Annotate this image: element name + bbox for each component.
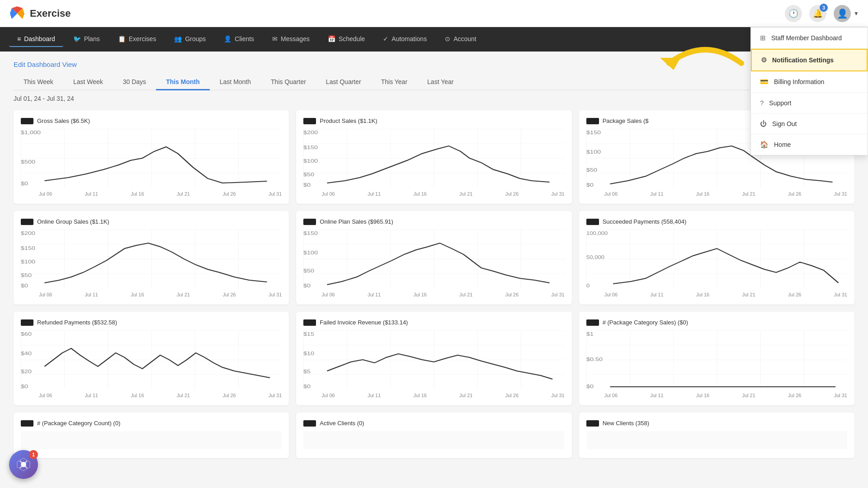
nav-item-plans[interactable]: 🐦 Plans xyxy=(65,32,108,47)
chart-header: Succeeded Payments (558,404) xyxy=(586,218,847,225)
dropdown-label: Notification Settings xyxy=(772,56,834,64)
nav-item-schedule[interactable]: 📅 Schedule xyxy=(320,32,373,47)
nav-label-exercises: Exercises xyxy=(129,35,156,42)
top-bar: Exercise 🕐 🔔 3 👤 ▼ xyxy=(0,0,868,27)
chart-header: Failed Invoice Revenue ($133.14) xyxy=(303,319,564,326)
tab-this-month[interactable]: This Month xyxy=(156,75,210,90)
nav-item-messages[interactable]: ✉ Messages xyxy=(264,32,318,47)
chart-online-group-sales: Online Group Sales ($1.1K) $200 $150 $10… xyxy=(14,211,289,305)
account-button[interactable]: 👤 ▼ xyxy=(834,5,859,22)
nav-label-schedule: Schedule xyxy=(339,35,365,42)
app-logo-icon xyxy=(9,5,25,22)
chart-svg xyxy=(303,431,564,449)
svg-text:$50: $50 xyxy=(303,268,314,274)
dropdown-home[interactable]: 🏠 Home xyxy=(751,134,868,155)
chevron-down-icon: ▼ xyxy=(854,10,859,17)
legend-block xyxy=(303,420,316,427)
chart-online-plan-sales: Online Plan Sales ($965.91) $150 $100 $5… xyxy=(296,211,571,305)
chart-x-labels: Jul 06Jul 11Jul 16Jul 21Jul 26Jul 31 xyxy=(21,292,282,297)
chart-title: Online Plan Sales ($965.91) xyxy=(320,218,393,225)
tab-30-days[interactable]: 30 Days xyxy=(113,75,156,90)
svg-rect-47 xyxy=(21,431,282,449)
dropdown-label: Home xyxy=(774,141,791,148)
chart-svg xyxy=(21,431,282,449)
svg-text:0: 0 xyxy=(586,283,590,288)
app-switcher[interactable]: 1 xyxy=(9,450,38,479)
chart-svg: 100,000 50,000 0 xyxy=(586,230,847,288)
tab-last-quarter[interactable]: Last Quarter xyxy=(316,75,371,90)
dropdown-staff-dashboard[interactable]: ⊞ Staff Member Dashboard xyxy=(751,28,868,49)
nav-item-account[interactable]: ⊙ Account xyxy=(437,32,485,47)
chart-header: Gross Sales ($6.5K) xyxy=(21,117,282,124)
chart-x-labels: Jul 06Jul 11Jul 16Jul 21Jul 26Jul 31 xyxy=(303,393,564,398)
chart-title: Refunded Payments ($532.58) xyxy=(37,319,117,326)
groups-icon: 👥 xyxy=(174,35,182,42)
svg-text:$0: $0 xyxy=(21,181,28,187)
chart-title: # (Package Category Sales) ($0) xyxy=(603,319,688,326)
chart-title: Package Sales ($ xyxy=(603,117,649,124)
chart-header: Online Plan Sales ($965.91) xyxy=(303,218,564,225)
tab-this-quarter[interactable]: This Quarter xyxy=(261,75,316,90)
legend-block xyxy=(21,319,33,326)
dropdown-support[interactable]: ? Support xyxy=(751,93,868,113)
nav-item-groups[interactable]: 👥 Groups xyxy=(166,32,214,47)
nav-item-automations[interactable]: ✓ Automations xyxy=(375,32,435,47)
tab-last-week[interactable]: Last Week xyxy=(63,75,113,90)
dropdown-notification-settings[interactable]: ⚙ Notification Settings xyxy=(751,49,868,71)
svg-text:$1,000: $1,000 xyxy=(21,130,41,136)
svg-text:$0: $0 xyxy=(303,283,311,288)
tab-this-week[interactable]: This Week xyxy=(14,75,63,90)
chart-svg: $15 $10 $5 $0 xyxy=(303,330,564,389)
svg-text:$60: $60 xyxy=(21,331,32,337)
svg-text:$200: $200 xyxy=(21,230,35,236)
nav-item-clients[interactable]: 👤 Clients xyxy=(216,32,262,47)
nav-item-dashboard[interactable]: ≡ Dashboard xyxy=(9,32,63,47)
chart-svg: $60 $40 $20 $0 xyxy=(21,330,282,389)
chart-svg xyxy=(586,431,847,449)
svg-text:$15: $15 xyxy=(303,331,314,337)
legend-block xyxy=(586,219,599,225)
chart-header: Online Group Sales ($1.1K) xyxy=(21,218,282,225)
svg-text:$10: $10 xyxy=(303,351,314,357)
chart-svg: $200 $150 $100 $50 $0 xyxy=(303,129,564,188)
tab-last-year[interactable]: Last Year xyxy=(417,75,463,90)
question-icon: ? xyxy=(760,99,764,107)
svg-text:$150: $150 xyxy=(303,230,318,236)
edit-dashboard-link[interactable]: Edit Dashboard View xyxy=(14,61,77,68)
chart-title: Succeeded Payments (558,404) xyxy=(603,218,687,225)
svg-rect-33 xyxy=(21,330,282,389)
app-switcher-icon xyxy=(16,457,31,472)
svg-text:$150: $150 xyxy=(586,130,601,136)
chart-x-labels: Jul 06Jul 11Jul 16Jul 21Jul 26Jul 31 xyxy=(303,191,564,197)
svg-text:$40: $40 xyxy=(21,351,32,357)
avatar-icon: 👤 xyxy=(837,8,848,19)
chart-header: Active Clients (0) xyxy=(303,420,564,427)
chart-title: Active Clients (0) xyxy=(320,420,364,427)
date-range: Jul 01, 24 - Jul 31, 24 xyxy=(14,95,854,102)
notifications-button[interactable]: 🔔 3 xyxy=(809,5,826,22)
svg-text:$20: $20 xyxy=(21,369,32,375)
nav-item-exercises[interactable]: 📋 Exercises xyxy=(110,32,165,47)
chart-title: Gross Sales ($6.5K) xyxy=(37,117,90,124)
nav-label-automations: Automations xyxy=(392,35,427,42)
chart-header: New Clients (358) xyxy=(586,420,847,427)
svg-text:$0: $0 xyxy=(586,182,594,188)
dropdown-label: Support xyxy=(769,99,791,107)
dropdown-billing[interactable]: 💳 Billing Information xyxy=(751,71,868,93)
plans-icon: 🐦 xyxy=(73,35,81,42)
account-icon: ⊙ xyxy=(445,35,450,42)
messages-icon: ✉ xyxy=(272,35,278,42)
svg-text:$100: $100 xyxy=(303,250,318,256)
svg-rect-43 xyxy=(586,330,847,389)
tab-last-month[interactable]: Last Month xyxy=(210,75,261,90)
svg-text:$0: $0 xyxy=(21,283,28,288)
dropdown-label: Sign Out xyxy=(772,120,797,127)
chart-gross-sales: Gross Sales ($6.5K) $1,000 $500 $0 Jul 0… xyxy=(14,110,289,204)
chart-failed-invoice: Failed Invoice Revenue ($133.14) $15 $10… xyxy=(296,312,571,405)
tab-this-year[interactable]: This Year xyxy=(371,75,417,90)
dropdown-signout[interactable]: ⏻ Sign Out xyxy=(751,113,868,134)
timer-button[interactable]: 🕐 xyxy=(785,5,802,22)
chart-svg: $150 $100 $50 $0 xyxy=(303,230,564,288)
grid-icon: ⊞ xyxy=(760,34,766,42)
legend-block xyxy=(21,420,33,427)
